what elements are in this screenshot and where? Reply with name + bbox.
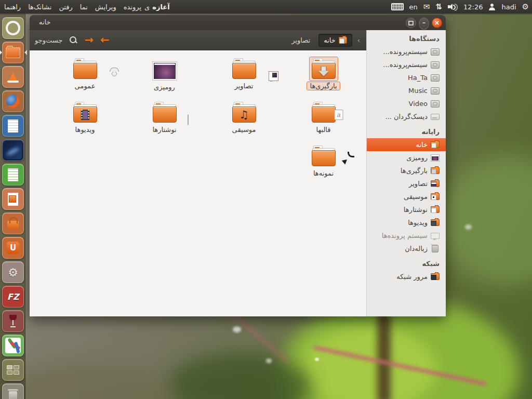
harddisk-icon	[431, 48, 440, 56]
menu-go[interactable]: رفتن	[59, 3, 72, 11]
places-sidebar: دستگاه‌ها سیستم‌پرونده... سیستم‌پرونده..…	[366, 30, 446, 316]
documents-folder-icon	[153, 102, 177, 123]
search-label[interactable]: جست‌وجو	[35, 36, 62, 44]
sidebar-item-video-drive[interactable]: Video	[367, 97, 446, 110]
back-arrow-icon[interactable]: ←	[100, 35, 110, 46]
firefox-icon[interactable]	[2, 90, 24, 112]
ubuntu-one-icon[interactable]: U	[2, 237, 24, 259]
network-folder-icon	[431, 273, 440, 280]
breadcrumb: تصاویر خانه ‹	[287, 30, 361, 50]
sidebar-item-filesystem[interactable]: سیستم پرونده‌ها	[367, 229, 446, 242]
sidebar-item-home[interactable]: خانه	[367, 138, 446, 151]
unity-launcher: U ⚙ FZ	[0, 14, 25, 399]
keyboard-layout-label[interactable]: en	[409, 3, 418, 11]
menu-bookmarks[interactable]: نشانک‌ها	[28, 3, 51, 11]
sidebar-item-pictures[interactable]: تصاویر	[367, 177, 446, 190]
sidebar-item-documents[interactable]: نوشتارها	[367, 203, 446, 216]
optical-drive-icon	[431, 114, 440, 120]
wallpaper-leaf-bright	[301, 327, 436, 399]
breadcrumb-pager-icon[interactable]: ‹	[356, 36, 361, 44]
sidebar-item-filesystem-device[interactable]: سیستم‌پرونده...	[367, 58, 446, 71]
keyboard-indicator-icon[interactable]	[391, 3, 404, 10]
sidebar-item-browse-network[interactable]: مرور شبکه	[367, 270, 446, 283]
workspace-switcher-icon[interactable]	[2, 359, 24, 381]
ubuntu-dash-icon[interactable]	[2, 17, 24, 39]
file-item-examples[interactable]: نمونه‌ها	[284, 144, 363, 188]
file-item-pictures[interactable]: تصاویر	[204, 57, 284, 100]
breadcrumb-pictures[interactable]: تصاویر	[287, 34, 314, 46]
wallpaper-stem-dark	[377, 312, 391, 399]
forward-arrow-icon[interactable]: →	[84, 35, 94, 46]
harddisk-icon	[431, 87, 440, 95]
template-sheet-emblem: a	[334, 110, 343, 120]
close-button[interactable]: ×	[432, 18, 442, 28]
volume-icon[interactable]	[448, 3, 458, 10]
file-item-documents[interactable]: نوشتارها	[125, 100, 204, 144]
trash-can-icon[interactable]	[2, 383, 24, 399]
downloads-folder-icon	[431, 167, 440, 174]
music-note-emblem: ♫	[239, 109, 249, 120]
wallpaper-leaf-right	[439, 156, 532, 286]
sidebar-item-filesystem-device[interactable]: سیستم‌پرونده...	[367, 45, 446, 58]
downloads-folder-icon	[312, 58, 336, 79]
blue-space-app-icon[interactable]	[2, 139, 24, 161]
file-item-desktop[interactable]: رومیزی	[125, 57, 204, 100]
sidebar-item-downloads[interactable]: بارگیری‌ها	[367, 164, 446, 177]
username-label[interactable]: hadi	[501, 3, 516, 11]
trash-icon	[432, 245, 438, 252]
user-icon	[488, 4, 496, 10]
file-manager-window: خانه – × دستگاه‌ها سیستم‌پرونده... سیستم…	[30, 15, 446, 316]
window-titlebar[interactable]: خانه – ×	[30, 15, 446, 31]
libreoffice-calc-icon[interactable]	[2, 164, 24, 185]
clock[interactable]: 12:26	[463, 3, 483, 11]
file-item-downloads[interactable]: بارگیری‌ها	[284, 57, 363, 100]
ubuntu-one-glyph: U	[7, 242, 19, 254]
water-drop	[233, 326, 241, 332]
pictures-folder-icon	[431, 180, 440, 187]
app-title-menu[interactable]: آغازه	[152, 3, 169, 11]
search-icon[interactable]	[69, 36, 77, 44]
mail-icon[interactable]: ✉	[423, 3, 430, 11]
menu-edit[interactable]: ویرایش	[95, 3, 116, 11]
file-grid: بارگیری‌ها تصاویر رومیزی عمومی	[30, 50, 366, 316]
music-folder-icon: ♫	[232, 102, 256, 123]
sidebar-item-videos[interactable]: ویدیوها	[367, 216, 446, 229]
devices-section-header: دستگاه‌ها	[367, 30, 446, 45]
harddisk-icon	[431, 100, 440, 108]
system-settings-gear-icon[interactable]: ⚙	[2, 261, 24, 283]
home-folder-icon	[431, 141, 440, 148]
window-title: خانه	[39, 18, 51, 26]
documents-folder-icon	[431, 206, 440, 213]
menu-help[interactable]: راهنما	[4, 3, 21, 11]
breadcrumb-home-active[interactable]: خانه	[318, 34, 352, 47]
libreoffice-writer-icon[interactable]	[2, 115, 24, 137]
software-center-bag-icon[interactable]	[2, 212, 24, 234]
menu-view[interactable]: نما	[80, 3, 88, 11]
videos-folder-icon	[73, 102, 97, 123]
filezilla-icon[interactable]: FZ	[2, 286, 24, 308]
maximize-button[interactable]	[406, 18, 416, 28]
sync-arrows-icon[interactable]: ⇅	[435, 3, 442, 11]
sidebar-item-desktop[interactable]: رومیزی	[367, 151, 446, 164]
sidebar-item-hata-drive[interactable]: Ha_Ta	[367, 71, 446, 84]
drawing-app-icon[interactable]	[2, 335, 24, 356]
file-item-public[interactable]: عمومی	[45, 57, 125, 100]
minimize-button[interactable]: –	[419, 18, 429, 30]
desktop: { "colors":{"accent_orange":"#E8731A","s…	[0, 0, 532, 399]
file-item-music[interactable]: ♫ موسیقی	[204, 100, 284, 144]
file-item-templates[interactable]: a قالبها	[284, 100, 363, 144]
app-title-suffix: ی	[144, 3, 150, 11]
file-item-videos[interactable]: ویدیوها	[45, 100, 125, 144]
files-folder-icon[interactable]	[2, 42, 24, 63]
libreoffice-impress-icon[interactable]	[2, 188, 24, 210]
session-gear-icon[interactable]: ⚙	[522, 3, 529, 11]
main-column: جست‌وجو → ← تصاویر خانه ‹	[30, 30, 366, 316]
sidebar-item-trash[interactable]: زباله‌دان	[367, 242, 446, 255]
menu-file[interactable]: پرونده	[124, 3, 141, 11]
sidebar-item-optical-drive[interactable]: دیسک‌گردان ...	[367, 110, 446, 123]
sidebar-item-music-drive[interactable]: Music	[367, 84, 446, 97]
sidebar-item-music[interactable]: موسیقی	[367, 190, 446, 203]
window-controls: – ×	[406, 18, 442, 30]
wine-glass-icon[interactable]	[2, 310, 24, 332]
vlc-cone-icon[interactable]	[2, 66, 24, 88]
